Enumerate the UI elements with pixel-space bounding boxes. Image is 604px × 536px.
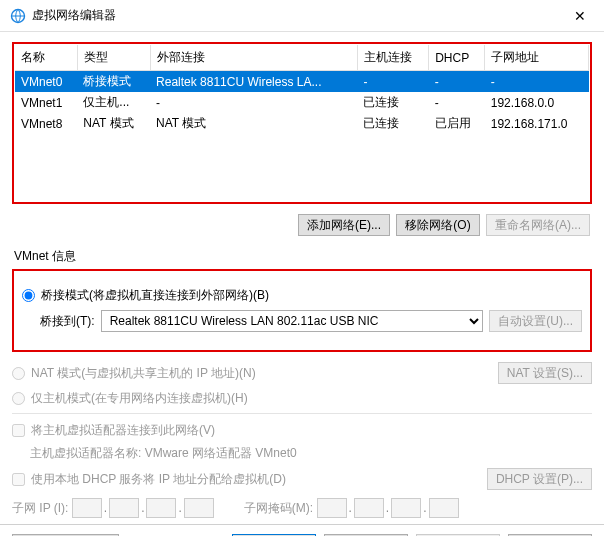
subnet-mask-1 bbox=[317, 498, 347, 518]
close-icon[interactable]: ✕ bbox=[566, 4, 594, 28]
bridge-mode-label: 桥接模式(将虚拟机直接连接到外部网络)(B) bbox=[41, 287, 269, 304]
table-row[interactable]: VMnet1仅主机...-已连接-192.168.0.0 bbox=[15, 92, 589, 113]
host-adapter-label: 将主机虚拟适配器连接到此网络(V) bbox=[31, 422, 215, 439]
table-header[interactable]: 主机连接 bbox=[357, 45, 428, 71]
dhcp-label: 使用本地 DHCP 服务将 IP 地址分配给虚拟机(D) bbox=[31, 471, 481, 488]
table-row[interactable]: VMnet0桥接模式Realtek 8811CU Wireless LA...-… bbox=[15, 71, 589, 93]
subnet-mask-label: 子网掩码(M): bbox=[244, 500, 313, 517]
add-network-button[interactable]: 添加网络(E)... bbox=[298, 214, 390, 236]
nat-settings-button: NAT 设置(S)... bbox=[498, 362, 592, 384]
host-adapter-name: 主机虚拟适配器名称: VMware 网络适配器 VMnet0 bbox=[30, 445, 297, 462]
nat-mode-label: NAT 模式(与虚拟机共享主机的 IP 地址)(N) bbox=[31, 365, 492, 382]
network-list-highlight: 名称类型外部连接主机连接DHCP子网地址 VMnet0桥接模式Realtek 8… bbox=[12, 42, 592, 204]
network-table[interactable]: 名称类型外部连接主机连接DHCP子网地址 VMnet0桥接模式Realtek 8… bbox=[15, 45, 589, 201]
bridge-adapter-select[interactable]: Realtek 8811CU Wireless LAN 802.11ac USB… bbox=[101, 310, 484, 332]
subnet-mask-3 bbox=[391, 498, 421, 518]
hostonly-mode-radio bbox=[12, 392, 25, 405]
table-row[interactable]: VMnet8NAT 模式NAT 模式已连接已启用192.168.171.0 bbox=[15, 113, 589, 134]
rename-network-button: 重命名网络(A)... bbox=[486, 214, 590, 236]
bridge-to-label: 桥接到(T): bbox=[40, 313, 95, 330]
subnet-mask-2 bbox=[354, 498, 384, 518]
subnet-mask-4 bbox=[429, 498, 459, 518]
table-header[interactable]: 类型 bbox=[77, 45, 150, 71]
table-header[interactable]: 子网地址 bbox=[485, 45, 589, 71]
remove-network-button[interactable]: 移除网络(O) bbox=[396, 214, 480, 236]
bridge-mode-radio[interactable] bbox=[22, 289, 35, 302]
vmnet-info-highlight: 桥接模式(将虚拟机直接连接到外部网络)(B) 桥接到(T): Realtek 8… bbox=[12, 269, 592, 352]
app-icon bbox=[10, 8, 26, 24]
table-header[interactable]: 名称 bbox=[15, 45, 77, 71]
hostonly-mode-label: 仅主机模式(在专用网络内连接虚拟机)(H) bbox=[31, 390, 248, 407]
nat-mode-radio bbox=[12, 367, 25, 380]
subnet-ip-2 bbox=[109, 498, 139, 518]
dhcp-checkbox bbox=[12, 473, 25, 486]
window-title: 虚拟网络编辑器 bbox=[32, 7, 566, 24]
auto-settings-button: 自动设置(U)... bbox=[489, 310, 582, 332]
subnet-ip-label: 子网 IP (I): bbox=[12, 500, 68, 517]
table-header[interactable]: 外部连接 bbox=[150, 45, 357, 71]
subnet-ip-4 bbox=[184, 498, 214, 518]
vmnet-info-label: VMnet 信息 bbox=[12, 246, 592, 265]
dhcp-settings-button: DHCP 设置(P)... bbox=[487, 468, 592, 490]
host-adapter-checkbox bbox=[12, 424, 25, 437]
subnet-ip-1 bbox=[72, 498, 102, 518]
table-header[interactable]: DHCP bbox=[429, 45, 485, 71]
subnet-ip-3 bbox=[146, 498, 176, 518]
titlebar: 虚拟网络编辑器 ✕ bbox=[0, 0, 604, 32]
